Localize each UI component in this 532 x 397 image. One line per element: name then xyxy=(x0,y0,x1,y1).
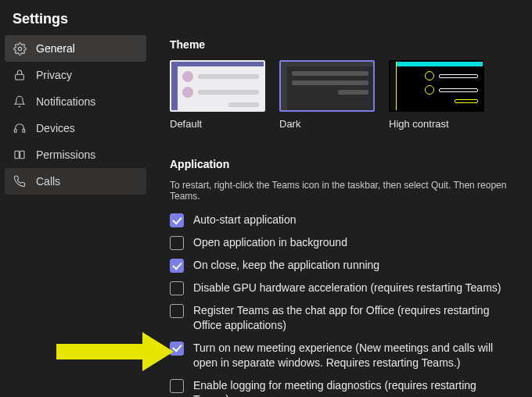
phone-icon xyxy=(13,174,27,188)
theme-option-highcontrast[interactable]: High contrast xyxy=(389,60,484,130)
checkbox-enable-logging[interactable] xyxy=(170,379,184,393)
checkbox-label: Open application in background xyxy=(193,235,347,250)
checkbox-label: Disable GPU hardware acceleration (requi… xyxy=(193,281,501,295)
theme-thumb-dark xyxy=(279,60,375,112)
checkbox-autostart[interactable] xyxy=(170,213,184,227)
checkbox-label: Register Teams as the chat app for Offic… xyxy=(193,303,506,333)
application-hint: To restart, right-click the Teams icon i… xyxy=(170,180,524,202)
headset-icon xyxy=(13,121,27,135)
sidebar-item-privacy[interactable]: Privacy xyxy=(5,62,146,88)
settings-sidebar: General Privacy Notifications Devices Pe… xyxy=(0,35,151,397)
theme-label: Dark xyxy=(279,118,375,130)
checkbox-label: Enable logging for meeting diagnostics (… xyxy=(193,378,506,397)
sidebar-item-notifications[interactable]: Notifications xyxy=(5,88,146,115)
theme-option-dark[interactable]: Dark xyxy=(279,60,375,130)
checkbox-disable-gpu[interactable] xyxy=(170,281,184,295)
svg-rect-2 xyxy=(14,129,16,132)
sidebar-item-permissions[interactable]: Permissions xyxy=(5,141,146,168)
checkbox-on-close-running[interactable] xyxy=(170,259,184,273)
option-open-background: Open application in background xyxy=(170,235,524,250)
theme-heading: Theme xyxy=(170,38,524,51)
svg-rect-5 xyxy=(20,151,24,158)
checkbox-label: Auto-start application xyxy=(193,213,297,227)
sidebar-item-label: Notifications xyxy=(36,95,95,108)
theme-thumb-highcontrast xyxy=(389,60,484,112)
option-disable-gpu: Disable GPU hardware acceleration (requi… xyxy=(170,281,524,295)
sidebar-item-label: Privacy xyxy=(36,69,72,81)
theme-option-default[interactable]: Default xyxy=(170,60,265,130)
option-on-close-running: On close, keep the application running xyxy=(170,258,524,273)
svg-rect-1 xyxy=(16,74,24,80)
sidebar-item-general[interactable]: General xyxy=(5,35,146,62)
page-title: Settings xyxy=(0,0,532,35)
lock-icon xyxy=(13,68,27,82)
sidebar-item-label: Calls xyxy=(36,175,60,188)
option-enable-logging: Enable logging for meeting diagnostics (… xyxy=(170,378,524,397)
sidebar-item-label: General xyxy=(36,42,75,55)
theme-label: High contrast xyxy=(389,118,484,130)
permissions-icon xyxy=(13,148,27,162)
sidebar-item-label: Permissions xyxy=(36,148,95,161)
option-autostart: Auto-start application xyxy=(170,213,524,227)
checkbox-register-chat-app[interactable] xyxy=(170,304,184,318)
checkbox-new-meeting-experience[interactable] xyxy=(170,342,184,356)
bell-icon xyxy=(13,95,27,109)
gear-icon xyxy=(13,41,27,55)
svg-point-0 xyxy=(18,47,21,50)
svg-rect-3 xyxy=(23,129,25,132)
theme-thumb-default xyxy=(170,60,265,112)
sidebar-item-label: Devices xyxy=(36,122,75,134)
checkbox-label: Turn on new meeting experience (New meet… xyxy=(193,341,506,370)
option-register-chat-app: Register Teams as the chat app for Offic… xyxy=(170,303,524,333)
sidebar-item-calls[interactable]: Calls xyxy=(5,168,146,195)
option-new-meeting-experience: Turn on new meeting experience (New meet… xyxy=(170,341,524,370)
theme-label: Default xyxy=(170,118,265,130)
settings-main: Theme Default xyxy=(151,35,532,397)
checkbox-open-background[interactable] xyxy=(170,236,184,250)
application-heading: Application xyxy=(170,158,524,170)
sidebar-item-devices[interactable]: Devices xyxy=(5,115,146,141)
checkbox-label: On close, keep the application running xyxy=(193,258,379,273)
svg-rect-4 xyxy=(15,151,19,158)
